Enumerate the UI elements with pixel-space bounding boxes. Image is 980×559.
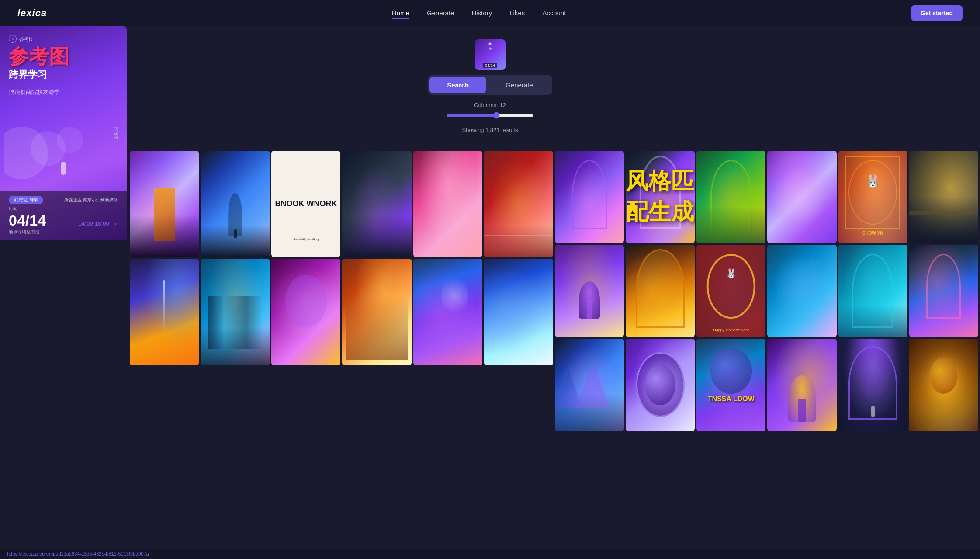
poster-company: 所在企业 南京小灿灿新媒体 [64,197,118,203]
gallery-item-style-match[interactable]: 风格匹配生成 [626,151,695,243]
gallery-item[interactable]: 🔍 ♥ ✦ Epic battleground Beautiful synthw… [201,151,270,257]
columns-slider-wrap [447,112,534,121]
overlay-icons: 🔍 ♥ ✦ [224,154,266,167]
poster-arrow[interactable]: → [111,220,118,228]
nav-home[interactable]: Home [392,9,409,19]
nav-links: Home Generate History Likes Account [392,9,566,17]
poster-desc: 混沌创商院校友游学 [9,88,118,96]
gallery-item[interactable] [342,151,411,257]
search-button[interactable]: Search [429,77,486,93]
style-match-text: 风格匹配生成 [626,166,695,227]
gallery-item[interactable] [555,245,624,337]
nav-account[interactable]: Account [542,9,566,18]
wand-overlay-icon[interactable]: ✦ [183,262,195,274]
gallery-item[interactable]: 🐰 SHOW YN [838,151,907,243]
navbar: lexica Home Generate History Likes Accou… [0,0,980,26]
search-overlay-icon[interactable]: 🔍 [224,154,236,167]
gallery-item[interactable] [838,339,907,431]
gallery-item[interactable] [909,151,978,243]
gallery-item[interactable] [130,151,199,257]
item-desc: Beautiful synthwave new worlds painting,… [133,351,195,361]
left-poster: ○ 参考图 参考图 跨界学习 混沌创商院校友游学 扫报名 @榴莲同学 所在企业 … [0,26,127,240]
item-title: Epic battleground [133,345,195,351]
gallery-item[interactable] [342,259,411,365]
poster-side-text: 扫报名 [113,127,119,140]
nav-history[interactable]: History [471,9,492,18]
gallery-item-bnook[interactable]: BNOOK WNORK the daily briefing [271,151,340,257]
gallery-item[interactable] [838,245,907,337]
gallery-item[interactable] [555,339,624,431]
results-count: Showing 1,821 results [462,127,518,133]
nav-generate[interactable]: Generate [427,9,454,18]
preview-text: 参考 [488,42,492,50]
poster-tag: @榴莲同学 [9,196,43,204]
wand-overlay-icon[interactable]: ✦ [254,154,266,167]
search-overlay-icon[interactable]: 🔍 [153,262,166,274]
overlay-icons: 🔍 ♥ ✦ [153,262,195,274]
show-yn-text: SHOW YN [838,231,907,236]
gallery-item[interactable] [484,259,553,365]
columns-slider[interactable] [447,112,534,119]
nav-likes[interactable]: Likes [509,9,525,18]
gallery-item[interactable] [626,339,695,431]
date-badge: 04/14 [483,63,497,68]
search-generate-toggle: Search Generate [428,75,552,95]
gallery-item[interactable] [767,245,836,337]
tnssa-text: TNSSA LDOW [696,395,765,403]
gallery-item[interactable] [696,151,765,243]
gallery-item[interactable] [413,259,482,365]
gallery-item[interactable]: TNSSA LDOW [696,339,765,431]
item-desc: Beautiful synthwave new worlds painting,… [204,243,266,253]
poster-label: ○ 参考图 [9,35,118,43]
gallery-item[interactable] [767,151,836,243]
gallery-item[interactable] [767,339,836,431]
poster-title: 参考图 [9,46,118,66]
logo: lexica [17,7,47,19]
gallery-item[interactable] [484,151,553,257]
columns-label: Columns: 12 [474,102,506,108]
gallery-item[interactable] [201,259,270,365]
gallery-grid: 🔍 ♥ ✦ Epic battleground Beautiful synthw… [128,151,980,448]
poster-time-label: 时间 [9,206,118,212]
gallery-item[interactable] [555,151,624,243]
hero-image-preview[interactable]: 参考 04/14 [475,39,506,70]
gallery-item[interactable] [271,259,340,365]
poster-footer: @榴莲同学 所在企业 南京小灿灿新媒体 时间 04/14 14:00-18:00… [0,191,127,240]
gallery-item[interactable] [909,339,978,431]
gallery-item[interactable]: 🐰 Happy Chinese Year [696,245,765,337]
bnook-text: BNOOK WNORK [275,198,337,209]
hero-section: 参考 04/14 Search Generate Columns: 12 Sho… [0,26,980,151]
generate-button[interactable]: Generate [488,77,551,93]
poster-location: 地点详细见海报 [9,229,118,235]
gallery-item[interactable]: 🔍 ♥ ✦ Epic battleground Beautiful synthw… [130,259,199,365]
poster-time: 14:00-18:00 [78,220,109,227]
heart-overlay-icon[interactable]: ♥ [168,262,180,274]
gallery-item[interactable] [909,245,978,337]
bottom-url-bar: https://lexica.art/prompt/d13a2834-a3d6-… [0,549,980,559]
item-title: Epic battleground [204,237,266,243]
poster-subtitle: 跨界学习 [9,68,118,81]
heart-overlay-icon[interactable]: ♥ [239,154,251,167]
poster-date: 04/14 [9,212,46,229]
get-started-button[interactable]: Get started [911,5,963,21]
gallery-item[interactable] [413,151,482,257]
gallery-item[interactable] [626,245,695,337]
